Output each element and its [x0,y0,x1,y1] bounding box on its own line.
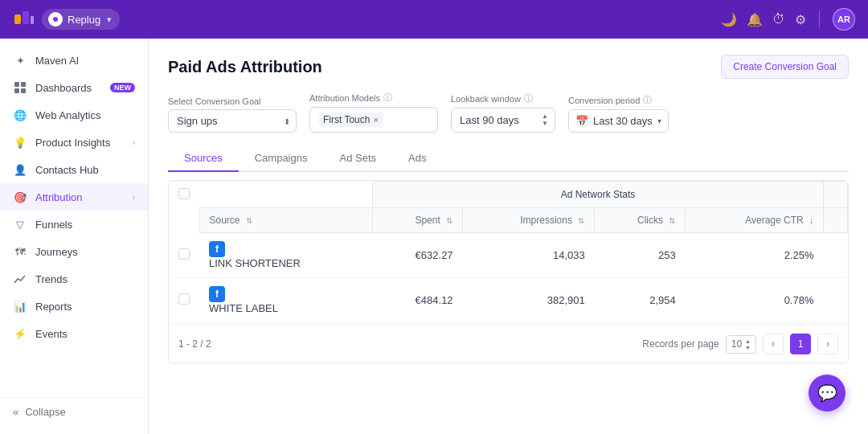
funnels-icon: ▽ [13,217,27,231]
brand-chevron-icon: ▾ [107,14,112,25]
data-table: Ad Network Stats Source ⇅ Spent ⇅ [169,181,848,323]
collapse-icon: « [13,406,18,418]
page-title: Paid Ads Attribution [168,58,322,76]
sidebar-label-web-analytics: Web Analytics [35,109,135,121]
sidebar-label-funnels: Funnels [35,219,135,231]
pagination-range: 1 - 2 / 2 [178,338,211,350]
row1-source: f LINK SHORTENER [199,233,373,278]
page-size-select[interactable]: 10 ▲ ▼ [726,335,756,354]
row1-clicks: 253 [595,233,686,278]
avatar[interactable]: AR [833,8,855,31]
lookback-window-field[interactable]: Last 90 days ▲ ▼ [451,108,555,133]
sidebar: ✦ Maven AI Dashboards NEW 🌐 Web Analytic… [0,39,149,434]
bell-icon[interactable]: 🔔 [747,12,763,27]
conversion-goal-filter: Select Conversion Goal Sign ups [168,96,297,133]
arrow-up-icon: ▲ [542,113,548,120]
gear-icon[interactable]: ⚙ [795,12,806,27]
sort-impressions-icon: ⇅ [578,216,584,225]
row2-checkbox[interactable] [178,293,190,305]
header-checkbox-cell [169,182,199,208]
remove-tag-icon[interactable]: × [373,115,378,125]
trends-icon [13,272,27,286]
moon-icon[interactable]: 🌙 [721,12,737,27]
sidebar-item-events[interactable]: ⚡ Events [0,320,148,347]
col-header-impressions[interactable]: Impressions ⇅ [463,208,595,233]
row1-checkbox[interactable] [178,248,190,260]
header-extra [824,182,848,208]
svg-rect-2 [31,16,34,24]
row2-extra [824,278,848,323]
sidebar-item-product-insights[interactable]: 💡 Product Insights › [0,129,148,156]
main-content: Paid Ads Attribution Create Conversion G… [149,39,868,434]
sidebar-item-trends[interactable]: Trends [0,265,148,293]
tab-ads[interactable]: Ads [392,145,442,172]
attribution-models-filter: Attribution Models ⓘ First Touch × [309,92,438,133]
sort-clicks-icon: ⇅ [669,216,675,225]
col-header-source[interactable]: Source ⇅ [199,208,373,233]
col-header-spent[interactable]: Spent ⇅ [373,208,463,233]
row2-avg-ctr: 0.78% [686,278,824,323]
attribution-models-info-icon: ⓘ [383,92,392,104]
reports-icon: 📊 [13,299,27,313]
clock-icon[interactable]: ⏱ [772,12,785,27]
top-navigation: Replug ▾ 🌙 🔔 ⏱ ⚙ AR [0,0,868,39]
attribution-icon: 🎯 [13,190,27,204]
sidebar-item-maven-ai[interactable]: ✦ Maven AI [0,47,148,74]
web-analytics-icon: 🌐 [13,108,27,122]
row1-avg-ctr: 2.25% [686,233,824,278]
tab-sources[interactable]: Sources [168,145,239,172]
select-all-checkbox[interactable] [178,188,190,199]
svg-rect-5 [21,82,26,87]
sidebar-collapse-button[interactable]: « Collapse [0,397,148,426]
col-header-avg-ctr[interactable]: Average CTR ↓ [686,208,824,233]
create-conversion-goal-button[interactable]: Create Conversion Goal [721,55,849,79]
row2-impressions: 382,901 [463,278,595,323]
sidebar-item-attribution[interactable]: 🎯 Attribution › [0,183,148,211]
brand-selector[interactable]: Replug ▾ [42,9,120,30]
lookback-arrows: ▲ ▼ [542,113,548,127]
conversion-period-label: Conversion period ⓘ [568,94,669,106]
attribution-models-label: Attribution Models ⓘ [309,92,438,104]
sidebar-item-reports[interactable]: 📊 Reports [0,293,148,320]
calendar-icon: 📅 [575,115,588,127]
sidebar-item-journeys[interactable]: 🗺 Journeys [0,238,148,265]
sidebar-item-funnels[interactable]: ▽ Funnels [0,211,148,238]
sort-ctr-icon: ↓ [809,216,813,225]
sidebar-label-maven-ai: Maven AI [35,55,135,67]
collapse-label: Collapse [25,406,66,418]
chevron-right-icon-attribution: › [133,193,135,202]
sidebar-item-web-analytics[interactable]: 🌐 Web Analytics [0,101,148,129]
sidebar-label-attribution: Attribution [35,191,125,203]
lookback-info-icon: ⓘ [524,92,533,104]
tabs: Sources Campaigns Ad Sets Ads [168,145,849,172]
svg-rect-7 [21,88,26,93]
conversion-period-field[interactable]: 📅 Last 30 days ▾ [568,109,669,133]
first-touch-tag: First Touch × [318,113,383,127]
row1-spent: €632.27 [373,233,463,278]
row1-checkbox-cell [169,233,199,278]
facebook-icon: f [209,241,225,257]
table-row: f LINK SHORTENER €632.27 14,033 253 2.25… [169,233,848,278]
lookback-window-filter: Lookback window ⓘ Last 90 days ▲ ▼ [451,92,555,133]
page-size-arrows: ▲ ▼ [745,338,751,350]
svg-rect-0 [14,14,21,24]
tab-campaigns[interactable]: Campaigns [239,145,324,172]
nav-icons: 🌙 🔔 ⏱ ⚙ AR [721,8,855,31]
svg-rect-1 [23,11,29,24]
col-header-extra [824,208,848,233]
attribution-model-field[interactable]: First Touch × [309,107,438,133]
row2-clicks: 2,954 [595,278,686,323]
sidebar-item-dashboards[interactable]: Dashboards NEW [0,74,148,101]
lookback-value: Last 90 days [460,114,519,126]
col-header-clicks[interactable]: Clicks ⇅ [595,208,686,233]
chat-button[interactable]: 💬 [809,375,845,411]
prev-page-button[interactable]: ‹ [763,334,784,354]
sidebar-label-trends: Trends [35,273,135,285]
events-icon: ⚡ [13,326,27,341]
sidebar-item-contacts-hub[interactable]: 👤 Contacts Hub [0,156,148,183]
tab-ad-sets[interactable]: Ad Sets [323,145,392,172]
next-page-button[interactable]: › [817,334,838,354]
conversion-goal-select[interactable]: Sign ups [168,109,297,133]
page-1-button[interactable]: 1 [790,334,811,354]
content-header: Paid Ads Attribution Create Conversion G… [168,55,849,79]
